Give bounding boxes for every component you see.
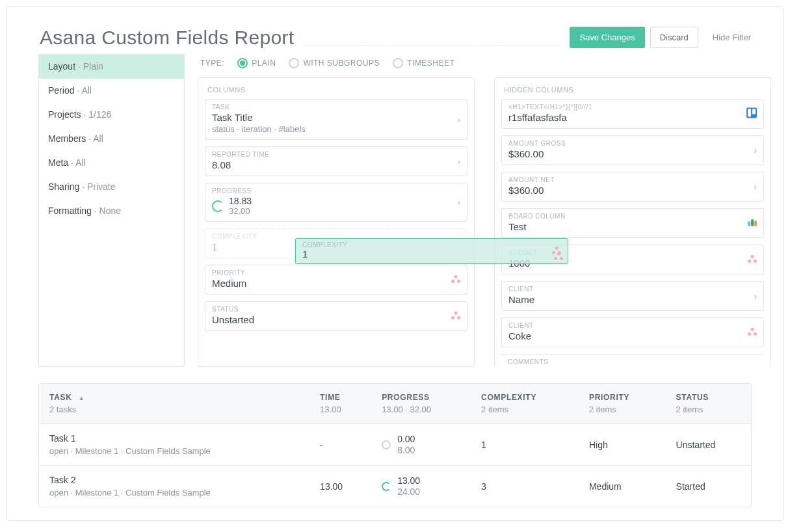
type-label: TYPE: bbox=[200, 59, 224, 68]
panel-title: HIDDEN COLUMNS bbox=[495, 78, 770, 99]
sidebar-item-meta[interactable]: Meta · All bbox=[39, 151, 184, 175]
save-button[interactable]: Save Changes bbox=[570, 27, 644, 48]
sidebar-item-value: Plain bbox=[83, 61, 103, 72]
page-title: Asana Custom Fields Report bbox=[40, 27, 294, 49]
cell-task-sub: open · Milestone 1 · Custom Fields Sampl… bbox=[49, 488, 299, 498]
asana-icon bbox=[451, 274, 460, 285]
sidebar-item-sharing[interactable]: Sharing · Private bbox=[39, 175, 184, 199]
th-priority[interactable]: PRIORITY 2 items bbox=[579, 384, 666, 424]
cell-task-title: Task 1 bbox=[49, 433, 75, 444]
sidebar-item-label: Layout bbox=[48, 61, 75, 72]
column-card-priority[interactable]: PRIORITY Medium bbox=[205, 265, 467, 295]
sidebar-item-projects[interactable]: Projects · 1/126 bbox=[39, 103, 184, 127]
type-option-plain[interactable]: PLAIN bbox=[237, 58, 276, 68]
asana-icon bbox=[748, 254, 757, 265]
hidden-card-amount-net[interactable]: AMOUNT NET $360.00 › bbox=[501, 172, 764, 202]
cell-time: 13.00 bbox=[309, 466, 371, 507]
cell-status: Unstarted bbox=[666, 424, 751, 466]
divider bbox=[501, 354, 764, 354]
hidden-card-amount-gross[interactable]: AMOUNT GROSS $360.00 › bbox=[501, 135, 764, 165]
trello-icon bbox=[746, 108, 757, 120]
cell-complexity: 1 bbox=[471, 424, 579, 466]
table-row[interactable]: Task 2 open · Milestone 1 · Custom Field… bbox=[39, 466, 751, 507]
sidebar: Layout · Plain Period · All Projects · 1… bbox=[38, 54, 185, 367]
hidden-card-comments-label: COMMENTS bbox=[495, 358, 770, 367]
table-row[interactable]: Task 1 open · Milestone 1 · Custom Field… bbox=[39, 424, 751, 466]
hidden-card-h1text[interactable]: <H1>TEXT</H1>*}{*][0///1 r1sffafasfasfa bbox=[501, 99, 764, 129]
hide-filter-button[interactable]: Hide Filter bbox=[704, 27, 760, 47]
panel-title: COLUMNS bbox=[198, 78, 474, 99]
asana-icon bbox=[451, 311, 460, 321]
progress-ring-icon bbox=[382, 482, 391, 491]
sidebar-item-members[interactable]: Members · All bbox=[39, 127, 184, 151]
hidden-card-client-coke[interactable]: CLIENT Coke bbox=[501, 317, 764, 347]
discard-button[interactable]: Discard bbox=[650, 27, 698, 48]
sort-asc-icon: ▲ bbox=[79, 395, 85, 401]
cell-priority: Medium bbox=[579, 466, 666, 507]
type-selector: TYPE: PLAIN WITH SUBGROUPS TIMESHEET bbox=[198, 54, 771, 77]
chevron-right-icon: › bbox=[457, 156, 460, 166]
th-progress[interactable]: PROGRESS 13.00 · 32.00 bbox=[371, 384, 471, 424]
hidden-card-board-column[interactable]: BOARD COLUMN Test bbox=[501, 208, 764, 238]
results-table: TASK ▲ 2 tasks TIME 13.00 PROGRESS 13.00… bbox=[38, 383, 752, 507]
cell-task-title: Task 2 bbox=[49, 475, 75, 485]
column-card-progress[interactable]: PROGRESS 18.83 32.00 › bbox=[205, 183, 467, 222]
cell-complexity: 3 bbox=[471, 466, 579, 507]
radio-icon bbox=[237, 58, 248, 68]
cell-time: - bbox=[309, 424, 371, 466]
hidden-columns-panel: HIDDEN COLUMNS <H1>TEXT</H1>*}{*][0///1 … bbox=[494, 77, 771, 367]
chevron-right-icon: › bbox=[457, 197, 460, 207]
cell-priority: High bbox=[579, 424, 666, 466]
th-complexity[interactable]: COMPLEXITY 2 items bbox=[471, 384, 579, 424]
column-card-task[interactable]: TASK Task Title status · iteration · #la… bbox=[205, 99, 467, 140]
radio-icon bbox=[289, 58, 299, 68]
progress-spinner-icon bbox=[212, 200, 224, 212]
sidebar-item-period[interactable]: Period · All bbox=[39, 79, 184, 103]
type-option-subgroups[interactable]: WITH SUBGROUPS bbox=[289, 58, 380, 68]
th-time[interactable]: TIME 13.00 bbox=[309, 384, 371, 424]
cell-task-sub: open · Milestone 1 · Custom Fields Sampl… bbox=[49, 446, 299, 456]
cell-status: Started bbox=[666, 466, 751, 507]
asana-icon bbox=[748, 327, 757, 338]
chevron-right-icon: › bbox=[754, 181, 757, 192]
radio-icon bbox=[393, 58, 403, 68]
columns-panel: COLUMNS TASK Task Title status · iterati… bbox=[198, 77, 475, 367]
chevron-right-icon: › bbox=[457, 114, 460, 125]
hidden-card-client-name[interactable]: CLIENT Name › bbox=[501, 281, 764, 311]
asana-icon bbox=[554, 252, 563, 262]
sidebar-item-formatting[interactable]: Formatting · None bbox=[39, 199, 184, 223]
title-divider bbox=[304, 46, 560, 46]
progress-ring-icon bbox=[382, 440, 391, 449]
people-icon bbox=[748, 218, 757, 228]
th-task[interactable]: TASK ▲ 2 tasks bbox=[39, 384, 309, 424]
chevron-right-icon: › bbox=[754, 145, 757, 155]
column-card-status[interactable]: STATUS Unstarted bbox=[205, 301, 467, 331]
chevron-right-icon: › bbox=[754, 291, 757, 301]
dragging-card-complexity[interactable]: COMPLEXITY 1 bbox=[295, 238, 568, 264]
type-option-timesheet[interactable]: TIMESHEET bbox=[393, 58, 454, 68]
sidebar-item-layout[interactable]: Layout · Plain bbox=[39, 55, 184, 79]
column-card-reported-time[interactable]: REPORTED TIME 8.08 › bbox=[205, 146, 467, 176]
th-status[interactable]: STATUS 2 items bbox=[666, 384, 751, 424]
